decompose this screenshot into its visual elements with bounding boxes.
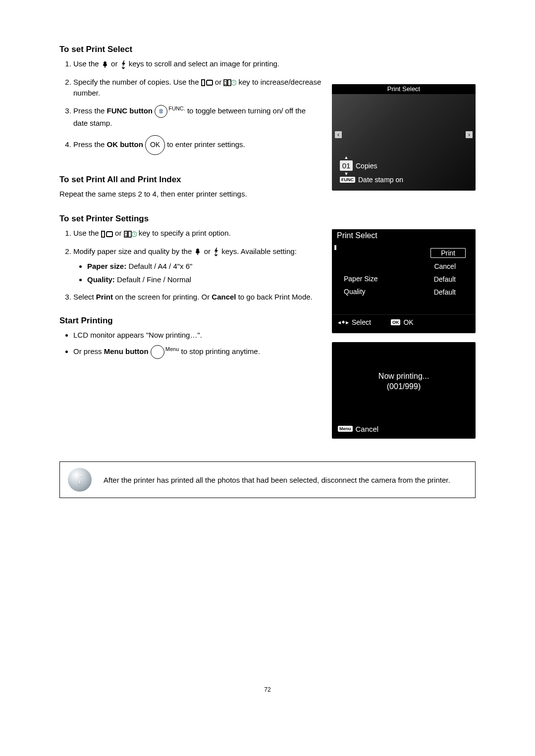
text: to enter printer settings. <box>167 140 245 149</box>
text: on the screen for printing. Or <box>113 293 212 301</box>
func-button-label: FUNC button <box>107 106 153 115</box>
func-label: FUNC. <box>168 105 185 112</box>
menu-row-print: Print <box>337 246 471 260</box>
heading-print-select: To set Print Select <box>59 45 322 54</box>
text: Specify the number of copies. Use the <box>73 78 201 86</box>
menu-button-label: Menu button <box>104 347 149 355</box>
svg-point-9 <box>125 233 126 234</box>
svg-rect-1 <box>207 80 213 85</box>
text: keys. Available setting: <box>221 247 296 255</box>
text: or <box>204 247 213 255</box>
func-badge: FUNC <box>340 177 355 183</box>
text: Press the <box>73 140 107 149</box>
text: Use the <box>73 59 101 68</box>
cancel-bold: Cancel <box>212 293 236 301</box>
date-stamp-text: Date stamp on <box>358 176 403 184</box>
copies-label: Copies <box>356 162 377 170</box>
lcd2-title: Print Select <box>332 229 476 242</box>
text: to go back Print Mode. <box>236 293 313 301</box>
scrollbar-indicator <box>334 245 336 250</box>
text: or <box>111 59 120 68</box>
copies-number: 01 <box>342 161 351 170</box>
menu-value: Cancel <box>424 262 466 271</box>
text: or <box>215 78 224 86</box>
display-icon <box>201 77 213 88</box>
ps-step-1: Use the or key to specify a print option… <box>73 228 322 239</box>
func-circle-icon: 🗑 <box>155 105 167 118</box>
nav-right-icon: › <box>466 131 473 138</box>
text: Use the <box>73 229 101 237</box>
ps-step-2: Modify paper size and quality by the or … <box>73 246 322 285</box>
menu-row-cancel: Cancel <box>337 260 471 273</box>
cancel-label: Cancel <box>356 425 379 433</box>
step-1: Use the or keys to scroll and select an … <box>73 58 322 70</box>
page-number: 72 <box>59 686 476 693</box>
lcd1-title: Print Select <box>332 84 476 94</box>
paper-size-label: Paper size: <box>87 262 126 270</box>
lcd-print-select-menu: Print Select Print Cancel Paper Size Def… <box>332 229 476 333</box>
text: key to specify a print option. <box>139 229 231 237</box>
macro-icon <box>101 59 109 70</box>
quality-bullet: Quality: Default / Fine / Normal <box>87 274 322 285</box>
svg-point-3 <box>225 81 226 82</box>
svg-rect-6 <box>102 231 105 237</box>
menu-label: Paper Size <box>344 275 377 284</box>
note-box: i After the printer has printed all the … <box>59 461 476 498</box>
menu-circle-icon <box>151 345 164 359</box>
func-button-icon: 🗑FUNC. <box>155 105 185 118</box>
svg-rect-10 <box>128 231 131 237</box>
info-icon: i <box>68 468 92 492</box>
svg-rect-4 <box>228 80 231 86</box>
ok-button-label: OK button <box>107 140 143 149</box>
menu-row-paper-size: Paper Size Default <box>337 273 471 286</box>
svg-rect-7 <box>107 232 112 237</box>
lcd-now-printing: Now printing... (001/999) Menu Cancel <box>332 342 476 439</box>
text: Default / Fine / Normal <box>115 275 191 284</box>
face-timer-icon <box>223 77 236 88</box>
ok-label: OK <box>403 318 413 326</box>
quality-label: Quality: <box>87 275 115 284</box>
heading-start-printing: Start Printing <box>59 316 322 326</box>
menu-row-quality: Quality Default <box>337 286 471 299</box>
print-bold: Print <box>96 293 113 301</box>
text: Modify paper size and quality by the <box>73 247 194 255</box>
ok-button-icon: OK <box>145 135 165 155</box>
text: or <box>115 229 124 237</box>
paper-size-bullet: Paper size: Default / A4 / 4"x 6" <box>87 261 322 271</box>
text: Default / A4 / 4"x 6" <box>126 262 192 270</box>
menu-label: Menu <box>165 346 179 353</box>
text: keys to scroll and select an image for p… <box>129 59 279 68</box>
heading-print-all-index: To set Print All and Print Index <box>59 175 322 185</box>
flash-down-icon <box>120 59 127 70</box>
macro-icon <box>194 247 202 257</box>
menu-value: Print <box>430 248 466 258</box>
menu-value: Default <box>424 288 466 297</box>
step-3: Press the FUNC button 🗑FUNC. to toggle b… <box>73 105 322 128</box>
note-text: After the printer has printed all the ph… <box>104 475 450 485</box>
text: Press the <box>73 106 107 115</box>
ok-badge: OK <box>391 319 401 325</box>
svg-rect-0 <box>202 80 205 86</box>
sp-bullet-1: LCD monitor appears "Now printing…". <box>73 330 322 340</box>
nav-arrows-icon: ◂✦▸ <box>338 319 349 326</box>
nav-left-icon: ‹ <box>335 131 342 138</box>
menu-value: Default <box>424 275 466 284</box>
lcd-print-select-preview: Print Select ‹ › ▲ 01 ▼ Copies FUNC Date… <box>332 84 476 191</box>
sp-bullet-2: Or press Menu button Menu to stop printi… <box>73 345 322 359</box>
heading-printer-settings: To set Printer Settings <box>59 214 322 224</box>
printing-progress: (001/999) <box>387 382 421 392</box>
text: Select <box>73 293 96 301</box>
step-2: Specify the number of copies. Use the or… <box>73 77 322 99</box>
text: Or press <box>73 347 104 355</box>
face-timer-icon <box>124 229 137 239</box>
menu-button-icon: Menu <box>151 345 179 359</box>
display-icon <box>101 229 113 239</box>
text: Repeat the same steps 2 to 4, then enter… <box>59 189 322 199</box>
menu-badge: Menu <box>338 426 353 432</box>
now-printing-text: Now printing... <box>378 371 429 382</box>
chevron-up-icon: ▲ <box>344 155 349 160</box>
text: to stop printing anytime. <box>181 347 260 355</box>
menu-label: Quality <box>344 288 366 297</box>
step-4: Press the OK button OK to enter printer … <box>73 135 322 155</box>
copies-value: ▲ 01 ▼ <box>340 160 353 171</box>
